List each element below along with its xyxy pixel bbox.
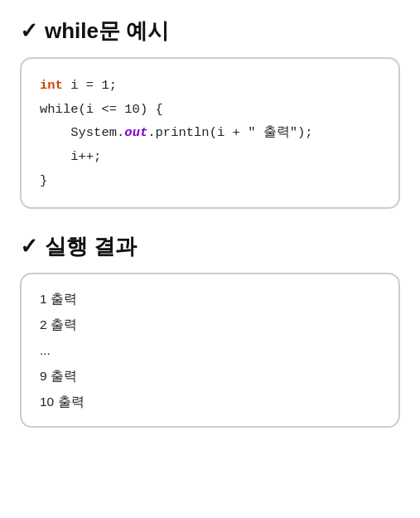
- code-line-3-suffix: .println(i + " 출력");: [147, 125, 312, 140]
- code-line-4: i++;: [40, 145, 380, 169]
- output-line-5: 10 출력: [40, 389, 380, 414]
- section1-title-text: while문 예시: [45, 17, 169, 46]
- output-line-1: 1 출력: [40, 286, 380, 312]
- code-line-5: }: [40, 169, 380, 193]
- section1-title: ✓ while문 예시: [20, 17, 400, 46]
- output-line-3: ...: [40, 337, 380, 363]
- output-block: 1 출력 2 출력 ... 9 출력 10 출력: [20, 273, 400, 428]
- section2: ✓ 실행 결과 1 출력 2 출력 ... 9 출력 10 출력: [20, 232, 400, 428]
- code-line-3-prefix: System.: [40, 125, 124, 140]
- checkmark-icon1: ✓: [20, 18, 38, 44]
- keyword-out: out: [124, 125, 147, 140]
- code-line-1-rest: i = 1;: [63, 78, 117, 93]
- code-block: int i = 1; while(i <= 10) { System.out.p…: [20, 57, 400, 209]
- keyword-int: int: [40, 78, 63, 93]
- checkmark-icon2: ✓: [20, 234, 38, 259]
- code-line-3: System.out.println(i + " 출력");: [40, 121, 380, 145]
- section2-title-text: 실행 결과: [45, 232, 137, 261]
- section1: ✓ while문 예시 int i = 1; while(i <= 10) { …: [20, 17, 400, 209]
- section2-title: ✓ 실행 결과: [20, 232, 400, 261]
- output-line-4: 9 출력: [40, 363, 380, 389]
- output-line-2: 2 출력: [40, 312, 380, 337]
- code-line-1: int i = 1;: [40, 74, 380, 98]
- code-line-2: while(i <= 10) {: [40, 98, 380, 122]
